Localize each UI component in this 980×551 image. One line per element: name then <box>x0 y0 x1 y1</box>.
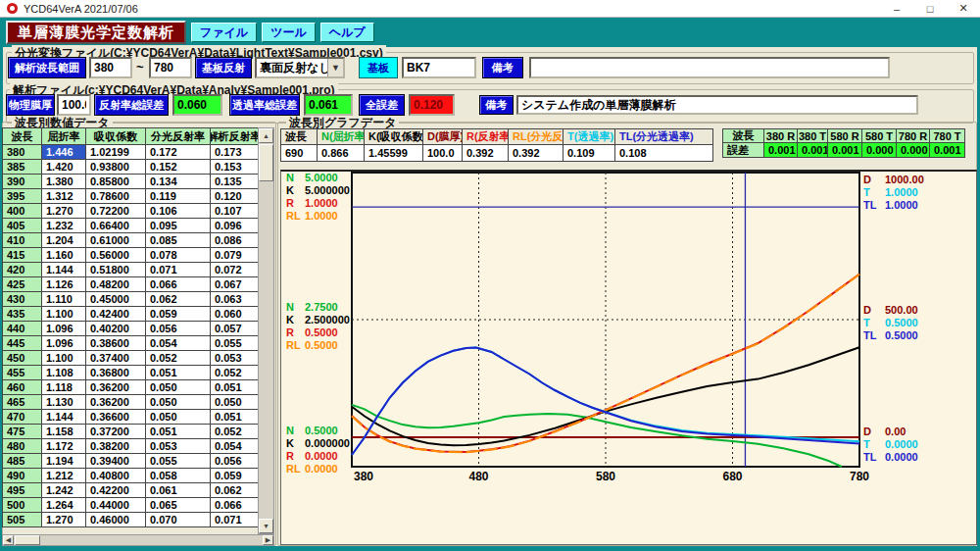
wavelength-cell[interactable]: 490 <box>3 469 42 483</box>
value-cell[interactable]: 0.066 <box>146 277 211 292</box>
wavelength-cell[interactable]: 420 <box>3 263 42 277</box>
value-cell[interactable]: 0.062 <box>146 292 211 307</box>
wavelength-cell[interactable]: 395 <box>3 189 42 204</box>
thickness-input[interactable] <box>57 94 91 116</box>
value-cell[interactable]: 0.37400 <box>86 351 146 366</box>
value-cell[interactable]: 1.204 <box>42 233 86 248</box>
value-cell[interactable]: 0.66400 <box>86 219 146 233</box>
value-cell[interactable]: 0.055 <box>146 454 211 469</box>
wavelength-cell[interactable]: 425 <box>3 277 42 292</box>
value-cell[interactable]: 0.36200 <box>86 380 146 395</box>
wavelength-cell[interactable]: 440 <box>3 322 42 336</box>
value-cell[interactable]: 1.110 <box>42 292 86 307</box>
value-cell[interactable]: 0.38600 <box>86 336 146 351</box>
thickness-button[interactable]: 物理膜厚 <box>6 94 55 116</box>
value-cell[interactable]: 1.160 <box>42 248 86 263</box>
wavelength-cell[interactable]: 380 <box>3 145 42 160</box>
range-from-input[interactable] <box>89 57 132 78</box>
chevron-down-icon[interactable]: ▼ <box>327 59 343 76</box>
value-cell[interactable]: 0.119 <box>146 189 211 204</box>
value-cell[interactable]: 0.054 <box>146 336 211 351</box>
graph-value-cell[interactable]: 0.866 <box>318 145 365 162</box>
wavelength-cell[interactable]: 470 <box>3 410 42 425</box>
value-cell[interactable]: 1.130 <box>42 395 86 410</box>
value-cell[interactable]: 0.053 <box>211 351 259 366</box>
value-cell[interactable]: 0.46000 <box>86 513 146 527</box>
value-cell[interactable]: 0.85800 <box>86 175 146 189</box>
remarks1-input[interactable] <box>529 57 890 78</box>
value-cell[interactable]: 0.052 <box>211 425 259 439</box>
remarks2-input[interactable] <box>516 95 918 115</box>
value-cell[interactable]: 1.270 <box>42 204 86 219</box>
value-cell[interactable]: 0.51800 <box>86 263 146 277</box>
value-cell[interactable]: 0.56000 <box>86 248 146 263</box>
value-cell[interactable]: 1.118 <box>42 380 86 395</box>
value-cell[interactable]: 1.270 <box>42 513 86 527</box>
value-cell[interactable]: 0.36800 <box>86 366 146 380</box>
value-cell[interactable]: 1.420 <box>42 160 86 175</box>
value-cell[interactable]: 0.38200 <box>86 439 146 454</box>
wavelength-cell[interactable]: 390 <box>3 175 42 189</box>
value-cell[interactable]: 0.050 <box>146 380 211 395</box>
value-cell[interactable]: 0.051 <box>146 366 211 380</box>
value-cell[interactable]: 1.380 <box>42 175 86 189</box>
value-cell[interactable]: 0.40200 <box>86 322 146 336</box>
wavelength-cell[interactable]: 400 <box>3 204 42 219</box>
value-cell[interactable]: 0.44000 <box>86 498 146 513</box>
remarks1-button[interactable]: 備考 <box>482 57 523 78</box>
wavelength-cell[interactable]: 455 <box>3 366 42 380</box>
value-cell[interactable]: 0.40800 <box>86 469 146 483</box>
horizontal-scrollbar[interactable]: ◀ ▶ <box>2 534 274 546</box>
horizontal-scroll-thumb[interactable] <box>15 535 40 545</box>
substrate-reflect-button[interactable]: 基板反射 <box>195 57 252 78</box>
value-cell[interactable]: 0.078 <box>146 248 211 263</box>
close-button[interactable]: ✕ <box>947 2 980 15</box>
graph-value-cell[interactable]: 0.392 <box>463 145 509 162</box>
wavelength-cell[interactable]: 405 <box>3 219 42 233</box>
value-cell[interactable]: 0.096 <box>211 219 259 233</box>
value-cell[interactable]: 0.051 <box>211 380 259 395</box>
scroll-down-icon[interactable]: ▼ <box>259 519 273 533</box>
value-cell[interactable]: 0.61000 <box>86 233 146 248</box>
graph-value-cell[interactable]: 0.109 <box>564 145 615 162</box>
value-cell[interactable]: 0.055 <box>211 336 259 351</box>
wavelength-cell[interactable]: 480 <box>3 439 42 454</box>
restore-button[interactable]: □ <box>913 3 947 15</box>
value-cell[interactable]: 0.062 <box>211 483 259 498</box>
value-cell[interactable]: 0.063 <box>211 292 259 307</box>
remarks2-button[interactable]: 備考 <box>479 95 514 115</box>
value-cell[interactable]: 1.144 <box>42 410 86 425</box>
wavelength-cell[interactable]: 415 <box>3 248 42 263</box>
menu-tools[interactable]: ツール <box>262 23 316 42</box>
wave-range-button[interactable]: 解析波長範囲 <box>8 57 86 78</box>
value-cell[interactable]: 0.058 <box>146 469 211 483</box>
value-cell[interactable]: 0.37200 <box>86 425 146 439</box>
value-cell[interactable]: 0.059 <box>146 307 211 322</box>
t-error-button[interactable]: 透過率総誤差 <box>229 94 300 116</box>
value-cell[interactable]: 0.054 <box>211 439 259 454</box>
value-cell[interactable]: 0.053 <box>146 439 211 454</box>
wavelength-cell[interactable]: 410 <box>3 233 42 248</box>
graph-value-cell[interactable]: 100.0 <box>423 145 463 162</box>
value-cell[interactable]: 0.172 <box>146 145 211 160</box>
value-cell[interactable]: 1.100 <box>42 307 86 322</box>
value-cell[interactable]: 0.056 <box>146 322 211 336</box>
graph-value-cell[interactable]: 1.45599 <box>365 145 423 162</box>
value-cell[interactable]: 0.152 <box>146 160 211 175</box>
wavelength-cell[interactable]: 500 <box>3 498 42 513</box>
value-cell[interactable]: 0.173 <box>211 145 259 160</box>
value-cell[interactable]: 0.93800 <box>86 160 146 175</box>
wavelength-cell[interactable]: 450 <box>3 351 42 366</box>
wavelength-cell[interactable]: 435 <box>3 307 42 322</box>
r-error-button[interactable]: 反射率総誤差 <box>94 94 169 116</box>
chart-canvas[interactable]: 380480580680780N5.0000K5.000000R1.0000RL… <box>281 172 976 544</box>
scroll-right-icon[interactable]: ▶ <box>263 535 273 545</box>
value-cell[interactable]: 1.446 <box>42 145 86 160</box>
value-cell[interactable]: 0.120 <box>211 189 259 204</box>
value-cell[interactable]: 1.242 <box>42 483 86 498</box>
value-cell[interactable]: 0.42200 <box>86 483 146 498</box>
value-cell[interactable]: 0.134 <box>146 175 211 189</box>
value-cell[interactable]: 0.052 <box>211 366 259 380</box>
value-cell[interactable]: 0.42400 <box>86 307 146 322</box>
value-cell[interactable]: 1.172 <box>42 439 86 454</box>
